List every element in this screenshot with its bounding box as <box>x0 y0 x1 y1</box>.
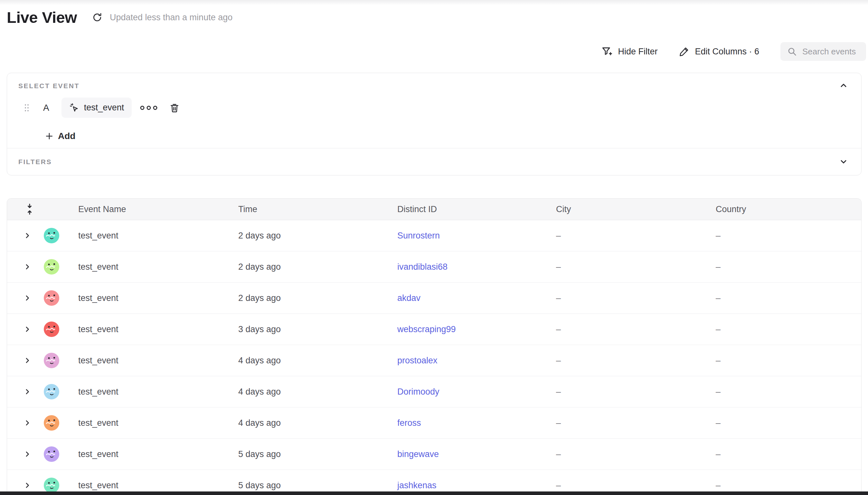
event-name-cell: test_event <box>78 356 238 365</box>
time-cell: 5 days ago <box>238 449 397 459</box>
column-header-distinct-id: Distinct ID <box>397 204 556 214</box>
collapse-rows-button[interactable] <box>7 203 78 216</box>
table-row: test_event 2 days ago ivandiblasi68 – – <box>7 251 861 283</box>
select-event-section: SELECT EVENT A <box>7 73 861 148</box>
add-event-button[interactable]: Add <box>45 131 75 141</box>
trash-icon[interactable] <box>169 102 180 113</box>
expand-row-button[interactable] <box>23 294 32 302</box>
collapse-section-button[interactable] <box>838 80 849 91</box>
page-title: Live View <box>7 8 77 27</box>
country-cell: – <box>716 262 861 272</box>
country-cell: – <box>716 387 861 397</box>
avatar <box>44 415 59 431</box>
expand-row-button[interactable] <box>23 450 32 458</box>
event-name-cell: test_event <box>78 231 238 241</box>
country-cell: – <box>716 324 861 335</box>
event-name-cell: test_event <box>78 387 238 397</box>
expand-row-button[interactable] <box>23 232 32 240</box>
search-events-box[interactable] <box>780 42 866 61</box>
avatar <box>44 353 59 368</box>
distinct-id-cell: webscraping99 <box>397 324 556 335</box>
bottom-window-edge <box>0 492 868 495</box>
event-row: A test_event <box>7 98 180 118</box>
distinct-id-link[interactable]: akdav <box>397 293 421 303</box>
expand-row-button[interactable] <box>23 325 32 334</box>
plus-icon <box>45 132 54 141</box>
add-label: Add <box>58 131 75 141</box>
city-cell: – <box>556 480 716 491</box>
event-name-cell: test_event <box>78 480 238 491</box>
event-name-cell: test_event <box>78 324 238 335</box>
distinct-id-link[interactable]: bingewave <box>397 449 439 459</box>
edit-columns-label: Edit Columns · 6 <box>695 47 759 57</box>
drag-handle-icon[interactable] <box>24 103 30 113</box>
city-cell: – <box>556 387 716 397</box>
expand-row-button[interactable] <box>23 481 32 490</box>
table-row: test_event 2 days ago Sunrostern – – <box>7 220 861 251</box>
table-body: test_event 2 days ago Sunrostern – – <box>7 220 861 495</box>
city-cell: – <box>556 418 716 428</box>
country-cell: – <box>716 449 861 459</box>
distinct-id-link[interactable]: jashkenas <box>397 480 437 490</box>
table-header-row: Event Name Time Distinct ID City Country <box>7 199 861 220</box>
events-table: Event Name Time Distinct ID City Country <box>7 198 862 495</box>
event-name-cell: test_event <box>78 262 238 272</box>
hide-filter-button[interactable]: Hide Filter <box>601 46 658 57</box>
column-header-city: City <box>556 204 716 214</box>
filters-section: FILTERS <box>7 148 861 175</box>
refresh-button[interactable] <box>91 11 103 23</box>
distinct-id-cell: jashkenas <box>397 480 556 491</box>
city-cell: – <box>556 449 716 459</box>
edit-columns-button[interactable]: Edit Columns · 6 <box>679 46 759 57</box>
expand-row-button[interactable] <box>23 388 32 396</box>
select-event-label: SELECT EVENT <box>18 82 80 90</box>
country-cell: – <box>716 480 861 491</box>
city-cell: – <box>556 231 716 241</box>
time-cell: 3 days ago <box>238 324 397 335</box>
distinct-id-cell: prostoalex <box>397 356 556 365</box>
collapse-rows-icon <box>24 203 35 216</box>
expand-filters-button[interactable] <box>838 156 849 167</box>
table-row: test_event 4 days ago feross – – <box>7 408 861 439</box>
distinct-id-cell: ivandiblasi68 <box>397 262 556 272</box>
distinct-id-link[interactable]: Sunrostern <box>397 231 440 240</box>
column-header-country: Country <box>716 204 861 214</box>
avatar <box>44 446 59 462</box>
distinct-id-link[interactable]: prostoalex <box>397 356 438 365</box>
time-cell: 5 days ago <box>238 480 397 491</box>
time-cell: 2 days ago <box>238 231 397 241</box>
city-cell: – <box>556 262 716 272</box>
city-cell: – <box>556 324 716 335</box>
time-cell: 2 days ago <box>238 262 397 272</box>
avatar <box>44 322 59 337</box>
table-row: test_event 4 days ago prostoalex – – <box>7 345 861 376</box>
table-row: test_event 3 days ago webscraping99 – – <box>7 314 861 345</box>
more-options-icon[interactable] <box>139 105 158 111</box>
filter-plus-icon <box>601 46 613 57</box>
distinct-id-link[interactable]: feross <box>397 418 421 428</box>
event-picker-label: test_event <box>84 103 124 113</box>
top-edge-fade <box>0 0 868 5</box>
expand-row-button[interactable] <box>23 262 32 271</box>
event-picker-button[interactable]: test_event <box>62 98 132 118</box>
avatar <box>44 478 59 493</box>
table-row: test_event 4 days ago Dorimoody – – <box>7 376 861 408</box>
search-input[interactable] <box>802 46 866 57</box>
country-cell: – <box>716 356 861 365</box>
pencil-icon <box>679 46 690 57</box>
distinct-id-cell: Dorimoody <box>397 387 556 397</box>
city-cell: – <box>556 356 716 365</box>
avatar <box>44 259 59 275</box>
cursor-click-icon <box>69 103 80 113</box>
series-letter: A <box>43 103 49 113</box>
expand-row-button[interactable] <box>23 356 32 365</box>
distinct-id-link[interactable]: ivandiblasi68 <box>397 262 447 272</box>
expand-row-button[interactable] <box>23 419 32 427</box>
table-row: test_event 5 days ago bingewave – – <box>7 439 861 470</box>
distinct-id-link[interactable]: Dorimoody <box>397 387 440 396</box>
toolbar: Hide Filter Edit Columns · 6 <box>601 42 866 61</box>
city-cell: – <box>556 293 716 303</box>
filters-label: FILTERS <box>18 158 52 166</box>
distinct-id-link[interactable]: webscraping99 <box>397 324 456 334</box>
time-cell: 4 days ago <box>238 387 397 397</box>
